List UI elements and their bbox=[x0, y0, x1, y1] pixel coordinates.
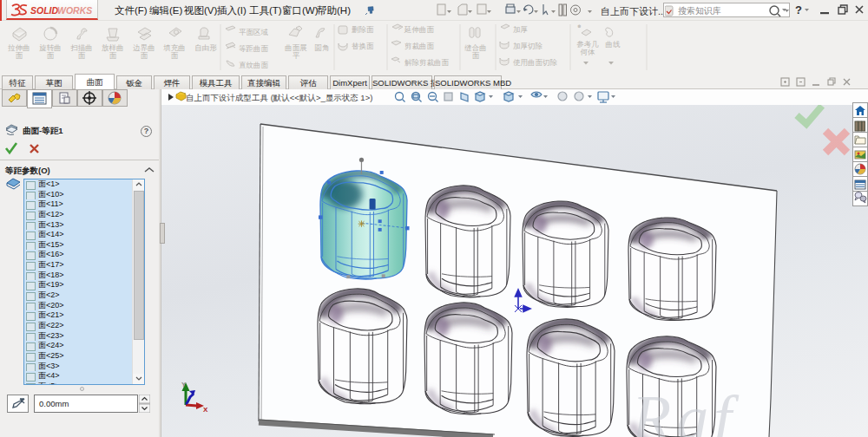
svg-text:何体: 何体 bbox=[580, 48, 596, 56]
svg-text:加厚切除: 加厚切除 bbox=[513, 42, 543, 50]
svg-text:曲线: 曲线 bbox=[606, 40, 621, 49]
svg-text:面: 面 bbox=[472, 51, 480, 60]
svg-text:Y: Y bbox=[181, 381, 187, 388]
svg-text:平: 平 bbox=[293, 51, 300, 60]
svg-text:平面区域: 平面区域 bbox=[239, 28, 268, 36]
svg-text:替换面: 替换面 bbox=[352, 42, 374, 50]
svg-text:?: ? bbox=[795, 3, 802, 16]
svg-text:删除面: 删除面 bbox=[352, 25, 374, 34]
svg-text:*: * bbox=[578, 24, 581, 30]
svg-text:加厚: 加厚 bbox=[513, 25, 528, 34]
svg-text:使用曲面切除: 使用曲面切除 bbox=[513, 58, 558, 67]
svg-text:直纹曲面: 直纹曲面 bbox=[239, 61, 269, 69]
svg-text:SOLID: SOLID bbox=[30, 5, 59, 16]
svg-text:自由形: 自由形 bbox=[194, 43, 217, 52]
svg-text:面: 面 bbox=[47, 51, 55, 60]
svg-text:面: 面 bbox=[141, 51, 148, 60]
svg-text:面: 面 bbox=[171, 51, 179, 60]
svg-text:等距曲面: 等距曲面 bbox=[239, 44, 269, 53]
svg-text:剪裁曲面: 剪裁曲面 bbox=[404, 42, 435, 50]
svg-text:WORKS: WORKS bbox=[57, 5, 92, 16]
svg-text:面: 面 bbox=[78, 51, 86, 60]
svg-text:解除剪裁曲面: 解除剪裁曲面 bbox=[404, 58, 450, 67]
svg-text:X: X bbox=[203, 406, 208, 414]
svg-text:面: 面 bbox=[16, 51, 23, 60]
svg-text:圆角: 圆角 bbox=[315, 43, 330, 52]
svg-text:延伸曲面: 延伸曲面 bbox=[404, 25, 435, 34]
svg-text:Raf: Raf bbox=[631, 382, 740, 437]
svg-text:面: 面 bbox=[109, 51, 117, 60]
